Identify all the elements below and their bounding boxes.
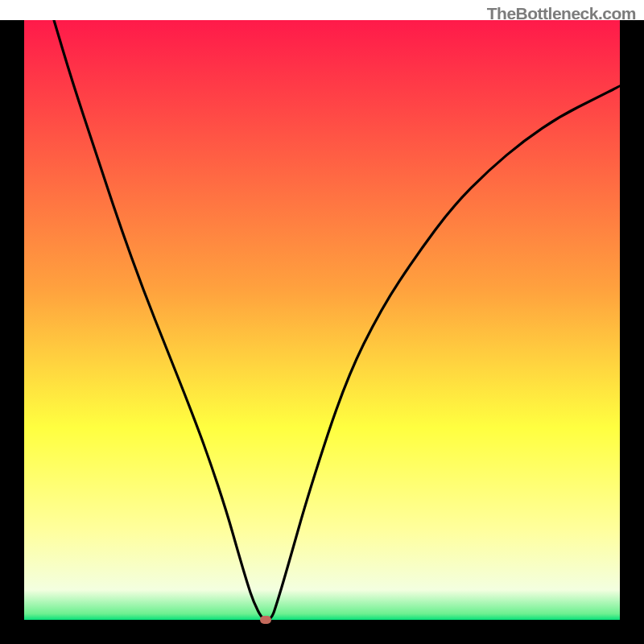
optimum-marker <box>260 616 271 624</box>
plot-gradient <box>24 20 620 620</box>
bottleneck-plot <box>0 20 644 644</box>
chart-container: TheBottleneck.com <box>0 0 644 644</box>
